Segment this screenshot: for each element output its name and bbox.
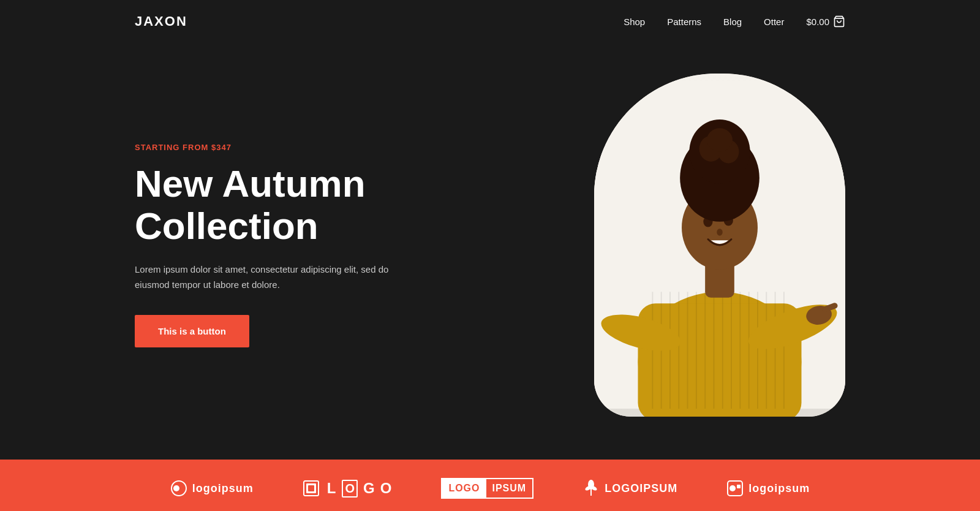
svg-point-34 <box>707 128 733 151</box>
svg-point-36 <box>173 485 179 491</box>
logo1-icon <box>170 480 187 497</box>
nav-blog[interactable]: Blog <box>723 17 742 27</box>
hero-subtitle: STARTING FROM $347 <box>135 143 398 152</box>
logo-item-1: logoipsum <box>170 480 254 497</box>
hero-content: STARTING FROM $347 New AutumnCollection … <box>135 143 398 347</box>
hero-section: STARTING FROM $347 New AutumnCollection … <box>0 43 980 460</box>
cart-button[interactable]: $0.00 <box>806 15 845 28</box>
svg-point-28 <box>717 229 723 235</box>
logo5-icon <box>726 480 744 497</box>
logo3-part1: LOGO <box>442 479 486 498</box>
svg-point-45 <box>729 485 736 491</box>
logo1-text: logoipsum <box>192 482 254 495</box>
logo-item-5: logoipsum <box>726 480 810 497</box>
nav-shop[interactable]: Shop <box>624 17 645 27</box>
svg-rect-39 <box>308 485 314 491</box>
cart-icon <box>833 15 845 28</box>
hero-description: Lorem ipsum dolor sit amet, consectetur … <box>135 262 398 293</box>
logo-item-2: L O G O <box>303 480 393 498</box>
nav-patterns[interactable]: Patterns <box>667 17 701 27</box>
logo4-icon <box>582 480 600 497</box>
nav-links: Shop Patterns Blog Otter $0.00 <box>624 15 845 28</box>
hero-image-wrapper <box>582 74 845 417</box>
logos-strip: logoipsum L O G O LOGO IPSUM LOGOIPSUM <box>0 460 980 511</box>
nav-otter[interactable]: Otter <box>764 17 784 27</box>
logo2-g: G <box>363 480 375 497</box>
svg-rect-46 <box>737 485 741 488</box>
person-illustration <box>594 74 845 417</box>
logo2-o1: O <box>342 480 358 498</box>
logo4-text: LOGOIPSUM <box>605 482 677 495</box>
site-logo[interactable]: JAXON <box>135 13 187 29</box>
logo3-container: LOGO IPSUM <box>441 478 533 499</box>
logo2-o2: O <box>380 480 393 497</box>
hero-image-card <box>594 74 845 417</box>
hero-cta-button[interactable]: This is a button <box>135 315 249 347</box>
logo5-text: logoipsum <box>748 482 810 495</box>
logo2-text: L <box>327 480 337 497</box>
cart-price: $0.00 <box>806 17 829 27</box>
hero-person-image <box>594 74 845 417</box>
logo-item-4: LOGOIPSUM <box>582 480 677 497</box>
navbar: JAXON Shop Patterns Blog Otter $0.00 <box>0 0 980 43</box>
hero-title: New AutumnCollection <box>135 163 398 246</box>
logo3-part2: IPSUM <box>486 479 533 498</box>
logo-item-3: LOGO IPSUM <box>441 478 533 499</box>
logo2-icon <box>303 480 320 497</box>
